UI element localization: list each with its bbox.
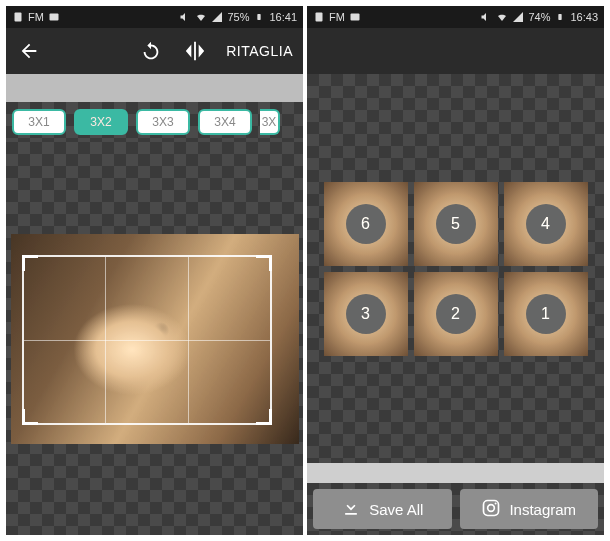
tile-number: 2: [436, 294, 476, 334]
svg-point-8: [495, 502, 497, 504]
signal-icon: [211, 11, 223, 23]
mute-icon: [480, 11, 492, 23]
bottom-actions: Save All Instagram: [307, 483, 604, 535]
tile-6[interactable]: 6: [324, 182, 408, 266]
tile-1[interactable]: 1: [504, 272, 588, 356]
grid-option-3x5[interactable]: 3X: [260, 109, 280, 135]
mute-icon: [179, 11, 191, 23]
instagram-icon: [481, 498, 501, 521]
tile-number: 4: [526, 204, 566, 244]
tile-preview-area: 6 5 4 3 2 1: [307, 74, 604, 463]
wifi-icon: [195, 11, 207, 23]
sim-icon: [12, 11, 24, 23]
rotate-button[interactable]: [138, 38, 164, 64]
crop-handle-br[interactable]: [256, 409, 272, 425]
tile-grid: 6 5 4 3 2 1: [324, 182, 588, 356]
clock: 16:43: [570, 11, 598, 23]
tile-2[interactable]: 2: [414, 272, 498, 356]
crop-handle-tr[interactable]: [256, 255, 272, 271]
tile-4[interactable]: 4: [504, 182, 588, 266]
spacer-strip: [6, 74, 303, 102]
crop-frame[interactable]: [22, 255, 272, 425]
crop-handle-tl[interactable]: [22, 255, 38, 271]
status-bar-right: FM 74% 16:43: [307, 6, 604, 28]
spacer-strip: [307, 463, 604, 483]
battery-pct: 74%: [528, 11, 550, 23]
crop-canvas-area: [6, 142, 303, 535]
fm-label: FM: [329, 11, 345, 23]
clock: 16:41: [269, 11, 297, 23]
sim-icon: [313, 11, 325, 23]
image-icon: [48, 11, 60, 23]
crop-action[interactable]: RITAGLIA: [226, 43, 293, 59]
grid-size-options: 3X1 3X2 3X3 3X4 3X: [6, 102, 303, 142]
tile-number: 5: [436, 204, 476, 244]
crop-toolbar: RITAGLIA: [6, 28, 303, 74]
svg-point-7: [488, 504, 495, 511]
crop-handle-bl[interactable]: [22, 409, 38, 425]
result-toolbar: [307, 28, 604, 74]
tile-3[interactable]: 3: [324, 272, 408, 356]
grid-option-3x1[interactable]: 3X1: [12, 109, 66, 135]
tile-5[interactable]: 5: [414, 182, 498, 266]
screen-result: FM 74% 16:43 6 5 4 3 2 1 Save All Instag…: [307, 6, 604, 535]
status-bar-left: FM 75% 16:41: [6, 6, 303, 28]
svg-rect-0: [15, 13, 22, 22]
flip-button[interactable]: [182, 38, 208, 64]
grid-option-3x3[interactable]: 3X3: [136, 109, 190, 135]
download-icon: [341, 498, 361, 521]
svg-rect-5: [559, 14, 562, 20]
instagram-button[interactable]: Instagram: [460, 489, 599, 529]
wifi-icon: [496, 11, 508, 23]
svg-rect-3: [316, 13, 323, 22]
battery-icon: [253, 11, 265, 23]
signal-icon: [512, 11, 524, 23]
grid-option-3x4[interactable]: 3X4: [198, 109, 252, 135]
save-all-button[interactable]: Save All: [313, 489, 452, 529]
tile-number: 3: [346, 294, 386, 334]
svg-rect-4: [350, 14, 359, 21]
save-all-label: Save All: [369, 501, 423, 518]
crop-canvas[interactable]: [10, 209, 300, 469]
back-button[interactable]: [16, 38, 42, 64]
battery-pct: 75%: [227, 11, 249, 23]
tile-number: 1: [526, 294, 566, 334]
fm-label: FM: [28, 11, 44, 23]
svg-rect-2: [258, 14, 261, 20]
svg-rect-1: [49, 14, 58, 21]
tile-number: 6: [346, 204, 386, 244]
instagram-label: Instagram: [509, 501, 576, 518]
screen-crop: FM 75% 16:41 RITAGLIA 3X1 3X2 3X3 3X4 3X: [6, 6, 303, 535]
grid-option-3x2[interactable]: 3X2: [74, 109, 128, 135]
image-icon: [349, 11, 361, 23]
battery-icon: [554, 11, 566, 23]
